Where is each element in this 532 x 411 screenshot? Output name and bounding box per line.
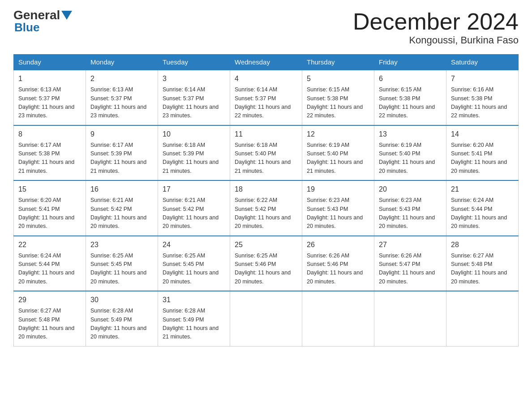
- calendar-day-cell: 6 Sunrise: 6:15 AM Sunset: 5:38 PM Dayli…: [374, 70, 446, 125]
- day-info: Sunrise: 6:15 AM Sunset: 5:38 PM Dayligh…: [379, 86, 442, 120]
- logo: General Blue: [13, 9, 73, 34]
- day-info: Sunrise: 6:18 AM Sunset: 5:39 PM Dayligh…: [163, 141, 225, 176]
- day-number: 23: [90, 240, 153, 250]
- day-info: Sunrise: 6:26 AM Sunset: 5:46 PM Dayligh…: [307, 252, 369, 287]
- day-info: Sunrise: 6:24 AM Sunset: 5:44 PM Dayligh…: [18, 252, 81, 287]
- day-info: Sunrise: 6:16 AM Sunset: 5:38 PM Dayligh…: [451, 86, 514, 120]
- day-number: 27: [379, 240, 442, 250]
- weekday-header-monday: Monday: [86, 55, 158, 70]
- day-info: Sunrise: 6:22 AM Sunset: 5:42 PM Dayligh…: [235, 196, 297, 231]
- calendar-day-cell: 12 Sunrise: 6:19 AM Sunset: 5:40 PM Dayl…: [302, 125, 374, 181]
- weekday-header-sunday: Sunday: [14, 55, 86, 70]
- day-number: 4: [235, 73, 297, 84]
- day-info: Sunrise: 6:25 AM Sunset: 5:45 PM Dayligh…: [163, 252, 225, 287]
- day-info: Sunrise: 6:14 AM Sunset: 5:37 PM Dayligh…: [163, 86, 225, 120]
- calendar-week-row: 29 Sunrise: 6:27 AM Sunset: 5:48 PM Dayl…: [14, 291, 519, 346]
- day-info: Sunrise: 6:13 AM Sunset: 5:37 PM Dayligh…: [90, 86, 153, 120]
- calendar-week-row: 8 Sunrise: 6:17 AM Sunset: 5:38 PM Dayli…: [14, 125, 519, 181]
- calendar-day-cell: 20 Sunrise: 6:23 AM Sunset: 5:43 PM Dayl…: [374, 180, 446, 236]
- day-info: Sunrise: 6:23 AM Sunset: 5:43 PM Dayligh…: [379, 196, 442, 231]
- calendar-day-cell: 19 Sunrise: 6:23 AM Sunset: 5:43 PM Dayl…: [302, 180, 374, 236]
- day-number: 22: [18, 240, 81, 250]
- day-info: Sunrise: 6:14 AM Sunset: 5:37 PM Dayligh…: [235, 86, 297, 120]
- calendar-day-cell: 10 Sunrise: 6:18 AM Sunset: 5:39 PM Dayl…: [158, 125, 230, 181]
- day-number: 29: [18, 295, 81, 305]
- day-number: 30: [90, 295, 153, 305]
- day-number: 24: [163, 240, 225, 250]
- calendar-week-row: 15 Sunrise: 6:20 AM Sunset: 5:41 PM Dayl…: [14, 180, 519, 236]
- calendar-day-cell: 30 Sunrise: 6:28 AM Sunset: 5:49 PM Dayl…: [86, 291, 158, 346]
- calendar-day-cell: 24 Sunrise: 6:25 AM Sunset: 5:45 PM Dayl…: [158, 236, 230, 291]
- day-number: 13: [379, 129, 442, 140]
- calendar-day-cell: 14 Sunrise: 6:20 AM Sunset: 5:41 PM Dayl…: [446, 125, 519, 181]
- logo-blue-text: Blue: [13, 21, 39, 34]
- day-info: Sunrise: 6:27 AM Sunset: 5:48 PM Dayligh…: [451, 252, 514, 287]
- page-header: General Blue December 2024 Kongoussi, Bu…: [13, 9, 519, 46]
- weekday-header-thursday: Thursday: [302, 55, 374, 70]
- day-number: 6: [379, 73, 442, 84]
- calendar-day-cell: 3 Sunrise: 6:14 AM Sunset: 5:37 PM Dayli…: [158, 70, 230, 125]
- day-number: 9: [90, 129, 153, 140]
- calendar-day-cell: 26 Sunrise: 6:26 AM Sunset: 5:46 PM Dayl…: [302, 236, 374, 291]
- day-info: Sunrise: 6:19 AM Sunset: 5:40 PM Dayligh…: [379, 141, 442, 176]
- day-info: Sunrise: 6:18 AM Sunset: 5:40 PM Dayligh…: [235, 141, 297, 176]
- calendar-day-cell: 8 Sunrise: 6:17 AM Sunset: 5:38 PM Dayli…: [14, 125, 86, 181]
- day-number: 12: [307, 129, 369, 140]
- calendar-day-cell: 9 Sunrise: 6:17 AM Sunset: 5:39 PM Dayli…: [86, 125, 158, 181]
- day-number: 31: [163, 295, 225, 305]
- calendar-day-cell: 7 Sunrise: 6:16 AM Sunset: 5:38 PM Dayli…: [446, 70, 519, 125]
- calendar-day-cell: 16 Sunrise: 6:21 AM Sunset: 5:42 PM Dayl…: [86, 180, 158, 236]
- day-number: 18: [235, 184, 297, 195]
- day-info: Sunrise: 6:21 AM Sunset: 5:42 PM Dayligh…: [163, 196, 225, 231]
- logo-general-text: General: [13, 9, 60, 21]
- calendar-day-cell: 31 Sunrise: 6:28 AM Sunset: 5:49 PM Dayl…: [158, 291, 230, 346]
- day-number: 3: [163, 73, 225, 84]
- day-number: 5: [307, 73, 369, 84]
- day-info: Sunrise: 6:13 AM Sunset: 5:37 PM Dayligh…: [18, 86, 81, 120]
- day-info: Sunrise: 6:17 AM Sunset: 5:39 PM Dayligh…: [90, 141, 153, 176]
- day-number: 16: [90, 184, 153, 195]
- day-info: Sunrise: 6:26 AM Sunset: 5:47 PM Dayligh…: [379, 252, 442, 287]
- weekday-header-friday: Friday: [374, 55, 446, 70]
- calendar-week-row: 1 Sunrise: 6:13 AM Sunset: 5:37 PM Dayli…: [14, 70, 519, 125]
- calendar-day-cell: 29 Sunrise: 6:27 AM Sunset: 5:48 PM Dayl…: [14, 291, 86, 346]
- day-number: 19: [307, 184, 369, 195]
- day-number: 11: [235, 129, 297, 140]
- day-number: 17: [163, 184, 225, 195]
- weekday-header-saturday: Saturday: [446, 55, 519, 70]
- day-number: 20: [379, 184, 442, 195]
- calendar-day-cell: [230, 291, 302, 346]
- day-number: 10: [163, 129, 225, 140]
- day-number: 28: [451, 240, 514, 250]
- day-info: Sunrise: 6:17 AM Sunset: 5:38 PM Dayligh…: [18, 141, 81, 176]
- calendar-day-cell: 28 Sunrise: 6:27 AM Sunset: 5:48 PM Dayl…: [446, 236, 519, 291]
- weekday-header-row: SundayMondayTuesdayWednesdayThursdayFrid…: [14, 55, 519, 70]
- day-number: 15: [18, 184, 81, 195]
- day-info: Sunrise: 6:28 AM Sunset: 5:49 PM Dayligh…: [163, 307, 225, 342]
- day-info: Sunrise: 6:28 AM Sunset: 5:49 PM Dayligh…: [90, 307, 153, 342]
- day-info: Sunrise: 6:20 AM Sunset: 5:41 PM Dayligh…: [18, 196, 81, 231]
- day-number: 21: [451, 184, 514, 195]
- calendar-day-cell: 25 Sunrise: 6:25 AM Sunset: 5:46 PM Dayl…: [230, 236, 302, 291]
- location-title: Kongoussi, Burkina Faso: [353, 34, 519, 46]
- calendar-day-cell: 22 Sunrise: 6:24 AM Sunset: 5:44 PM Dayl…: [14, 236, 86, 291]
- day-info: Sunrise: 6:15 AM Sunset: 5:38 PM Dayligh…: [307, 86, 369, 120]
- day-number: 14: [451, 129, 514, 140]
- weekday-header-wednesday: Wednesday: [230, 55, 302, 70]
- calendar-day-cell: 21 Sunrise: 6:24 AM Sunset: 5:44 PM Dayl…: [446, 180, 519, 236]
- day-info: Sunrise: 6:20 AM Sunset: 5:41 PM Dayligh…: [451, 141, 514, 176]
- calendar-day-cell: 4 Sunrise: 6:14 AM Sunset: 5:37 PM Dayli…: [230, 70, 302, 125]
- calendar-day-cell: 27 Sunrise: 6:26 AM Sunset: 5:47 PM Dayl…: [374, 236, 446, 291]
- day-info: Sunrise: 6:25 AM Sunset: 5:46 PM Dayligh…: [235, 252, 297, 287]
- calendar-day-cell: 5 Sunrise: 6:15 AM Sunset: 5:38 PM Dayli…: [302, 70, 374, 125]
- day-info: Sunrise: 6:24 AM Sunset: 5:44 PM Dayligh…: [451, 196, 514, 231]
- calendar-day-cell: [446, 291, 519, 346]
- day-info: Sunrise: 6:27 AM Sunset: 5:48 PM Dayligh…: [18, 307, 81, 342]
- calendar-day-cell: 11 Sunrise: 6:18 AM Sunset: 5:40 PM Dayl…: [230, 125, 302, 181]
- month-title: December 2024: [353, 9, 519, 34]
- day-info: Sunrise: 6:21 AM Sunset: 5:42 PM Dayligh…: [90, 196, 153, 231]
- day-number: 8: [18, 129, 81, 140]
- calendar-day-cell: 2 Sunrise: 6:13 AM Sunset: 5:37 PM Dayli…: [86, 70, 158, 125]
- calendar-day-cell: 1 Sunrise: 6:13 AM Sunset: 5:37 PM Dayli…: [14, 70, 86, 125]
- day-number: 26: [307, 240, 369, 250]
